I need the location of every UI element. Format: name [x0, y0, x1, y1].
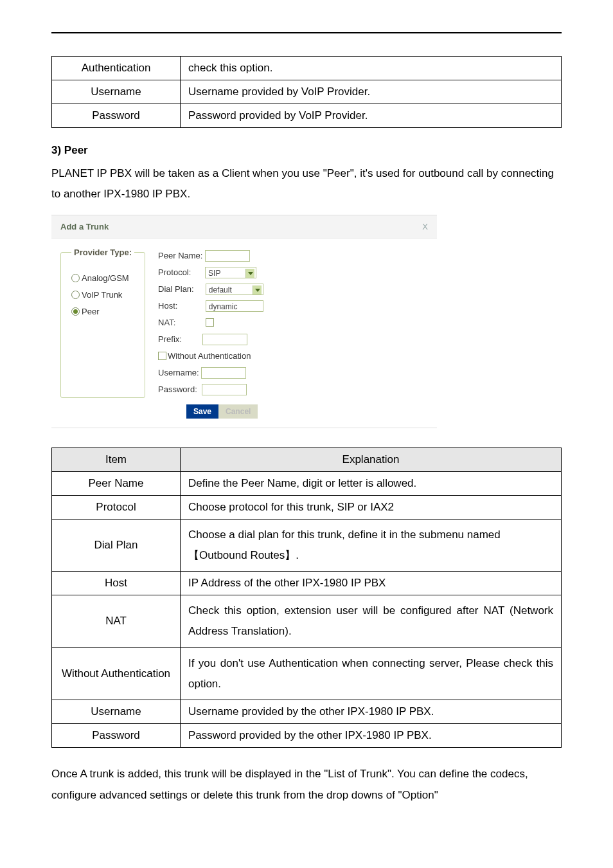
nat-label: NAT:	[158, 314, 175, 331]
table-row: Password Password provided by VoIP Provi…	[52, 104, 562, 128]
radio-icon	[71, 307, 80, 316]
prefix-label: Prefix:	[158, 331, 182, 348]
provider-type-fieldset: Provider Type: Analog/GSM VoIP Trunk Pee…	[60, 248, 145, 398]
table-row: Username Username provided by VoIP Provi…	[52, 80, 562, 104]
cell-desc: Define the Peer Name, digit or letter is…	[181, 471, 562, 495]
header-explanation: Explanation	[181, 448, 562, 471]
username-input[interactable]	[201, 367, 246, 379]
cell-label: Protocol	[52, 495, 181, 519]
prefix-input[interactable]	[202, 334, 247, 345]
cell-desc: Check this option, extension user will b…	[181, 595, 562, 648]
cell-label: Dial Plan	[52, 519, 181, 572]
table-row: Host IP Address of the other IPX-1980 IP…	[52, 572, 562, 595]
provider-type-legend: Provider Type:	[71, 248, 134, 257]
host-label: Host:	[158, 298, 177, 314]
cell-desc: check this option.	[181, 57, 562, 80]
cell-desc: Password provided by the other IPX-1980 …	[181, 724, 562, 748]
protocol-label: Protocol:	[158, 264, 191, 281]
table-row: Without Authentication If you don't use …	[52, 647, 562, 700]
radio-peer[interactable]: Peer	[71, 303, 134, 320]
without-auth-checkbox[interactable]	[158, 352, 166, 360]
host-value: dynamic	[209, 302, 238, 311]
cell-label: Username	[52, 80, 181, 104]
cell-label: Without Authentication	[52, 647, 181, 700]
cell-label: Peer Name	[52, 471, 181, 495]
cell-label: Username	[52, 700, 181, 724]
protocol-value: SIP	[208, 269, 220, 278]
cell-label: Password	[52, 724, 181, 748]
dial-plan-label: Dial Plan:	[158, 281, 194, 298]
close-icon[interactable]: X	[422, 222, 428, 231]
password-input[interactable]	[202, 384, 247, 395]
add-trunk-dialog: Add a Trunk X Provider Type: Analog/GSM …	[51, 215, 437, 428]
cell-desc: Password provided by VoIP Provider.	[181, 104, 562, 128]
password-label: Password:	[158, 381, 197, 398]
header-item: Item	[52, 448, 181, 471]
radio-icon	[71, 291, 80, 299]
explanation-table: Item Explanation Peer Name Define the Pe…	[51, 448, 562, 748]
dial-plan-value: default	[209, 285, 232, 294]
without-auth-row[interactable]: Without Authentication	[158, 348, 263, 365]
cell-label: Password	[52, 104, 181, 128]
cell-desc: If you don't use Authentication when con…	[181, 647, 562, 700]
dialog-title: Add a Trunk	[60, 222, 109, 231]
trailing-paragraph: Once A trunk is added, this trunk will b…	[51, 764, 562, 806]
chevron-down-icon	[245, 269, 254, 278]
dial-plan-select[interactable]: default	[206, 284, 263, 295]
table-row: Protocol Choose protocol for this trunk,…	[52, 495, 562, 519]
section-paragraph: PLANET IP PBX will be taken as a Client …	[51, 163, 562, 205]
cancel-button[interactable]: Cancel	[218, 404, 258, 419]
save-button[interactable]: Save	[186, 404, 218, 419]
dialog-header: Add a Trunk X	[51, 215, 437, 239]
table-row: Password Password provided by the other …	[52, 724, 562, 748]
radio-label: Analog/GSM	[82, 273, 129, 283]
chevron-down-icon	[253, 285, 262, 294]
table-row: NAT Check this option, extension user wi…	[52, 595, 562, 648]
protocol-select[interactable]: SIP	[205, 267, 256, 278]
trunk-form: Peer Name: Protocol: SIP Dial Plan: defa…	[158, 248, 263, 398]
radio-voip-trunk[interactable]: VoIP Trunk	[71, 287, 134, 303]
without-auth-label: Without Authentication	[168, 351, 251, 361]
table-row: Dial Plan Choose a dial plan for this tr…	[52, 519, 562, 572]
cell-label: Host	[52, 572, 181, 595]
cell-desc: Username provided by VoIP Provider.	[181, 80, 562, 104]
cell-desc: IP Address of the other IPX-1980 IP PBX	[181, 572, 562, 595]
table-row: Peer Name Define the Peer Name, digit or…	[52, 471, 562, 495]
cell-desc: Choose protocol for this trunk, SIP or I…	[181, 495, 562, 519]
cell-label: Authentication	[52, 57, 181, 80]
username-label: Username:	[158, 365, 199, 381]
host-input[interactable]: dynamic	[206, 300, 263, 312]
peer-name-label: Peer Name:	[158, 248, 202, 264]
peer-name-input[interactable]	[205, 250, 250, 262]
cell-desc: Username provided by the other IPX-1980 …	[181, 700, 562, 724]
table-row: Username Username provided by the other …	[52, 700, 562, 724]
cell-desc: Choose a dial plan for this trunk, defin…	[181, 519, 562, 572]
nat-checkbox[interactable]	[206, 318, 214, 327]
section-heading: 3) Peer	[51, 144, 562, 157]
radio-icon	[71, 274, 80, 282]
table-row: Authentication check this option.	[52, 57, 562, 80]
page-rule	[51, 32, 562, 33]
radio-label: Peer	[82, 307, 99, 316]
cell-label: NAT	[52, 595, 181, 648]
radio-analog-gsm[interactable]: Analog/GSM	[71, 270, 134, 287]
radio-label: VoIP Trunk	[82, 290, 122, 300]
auth-table: Authentication check this option. Userna…	[51, 56, 562, 128]
